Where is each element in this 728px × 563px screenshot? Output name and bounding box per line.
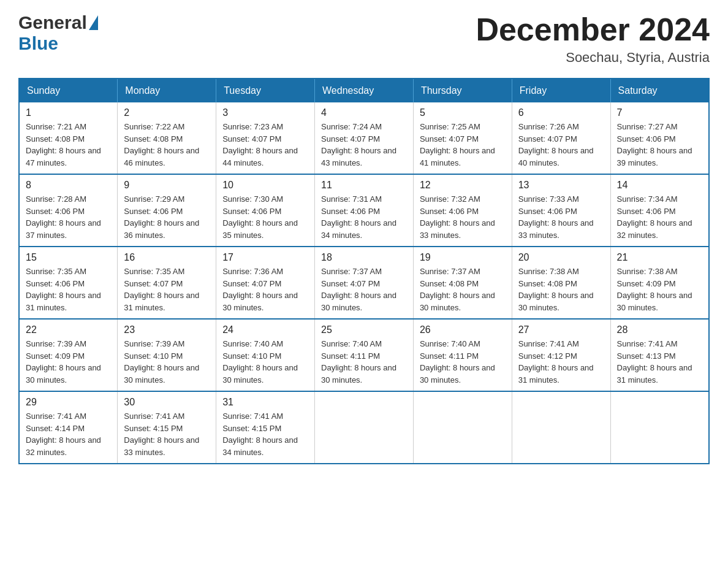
calendar-header-row: SundayMondayTuesdayWednesdayThursdayFrid… bbox=[19, 79, 709, 102]
sunset-label: Sunset: 4:08 PM bbox=[518, 279, 577, 288]
calendar-day-cell: 11 Sunrise: 7:31 AM Sunset: 4:06 PM Dayl… bbox=[315, 174, 414, 247]
daylight-label: Daylight: 8 hours and 30 minutes. bbox=[321, 291, 396, 312]
sunset-label: Sunset: 4:08 PM bbox=[26, 134, 85, 144]
daylight-label: Daylight: 8 hours and 35 minutes. bbox=[222, 218, 298, 240]
column-header-tuesday: Tuesday bbox=[216, 79, 315, 102]
sunset-label: Sunset: 4:07 PM bbox=[124, 279, 183, 288]
calendar-day-cell: 24 Sunrise: 7:40 AM Sunset: 4:10 PM Dayl… bbox=[216, 319, 315, 391]
sunrise-label: Sunrise: 7:37 AM bbox=[420, 267, 480, 276]
day-number: 27 bbox=[518, 324, 604, 335]
calendar-day-cell bbox=[512, 391, 610, 464]
daylight-label: Daylight: 8 hours and 36 minutes. bbox=[124, 218, 199, 240]
day-number: 14 bbox=[617, 180, 702, 191]
sunset-label: Sunset: 4:06 PM bbox=[321, 207, 380, 216]
calendar-day-cell: 22 Sunrise: 7:39 AM Sunset: 4:09 PM Dayl… bbox=[19, 319, 118, 391]
column-header-thursday: Thursday bbox=[413, 79, 512, 102]
calendar-day-cell: 26 Sunrise: 7:40 AM Sunset: 4:11 PM Dayl… bbox=[413, 319, 512, 391]
calendar-day-cell: 14 Sunrise: 7:34 AM Sunset: 4:06 PM Dayl… bbox=[610, 174, 709, 247]
day-info: Sunrise: 7:40 AM Sunset: 4:11 PM Dayligh… bbox=[321, 338, 407, 386]
sunrise-label: Sunrise: 7:35 AM bbox=[26, 267, 86, 276]
calendar-day-cell: 27 Sunrise: 7:41 AM Sunset: 4:12 PM Dayl… bbox=[512, 319, 610, 391]
calendar-day-cell: 20 Sunrise: 7:38 AM Sunset: 4:08 PM Dayl… bbox=[512, 247, 610, 319]
sunrise-label: Sunrise: 7:24 AM bbox=[321, 122, 382, 131]
day-number: 3 bbox=[222, 107, 308, 118]
sunset-label: Sunset: 4:06 PM bbox=[26, 279, 85, 288]
day-info: Sunrise: 7:24 AM Sunset: 4:07 PM Dayligh… bbox=[321, 121, 407, 169]
calendar-week-row: 29 Sunrise: 7:41 AM Sunset: 4:14 PM Dayl… bbox=[19, 391, 709, 464]
day-info: Sunrise: 7:34 AM Sunset: 4:06 PM Dayligh… bbox=[617, 193, 702, 241]
day-info: Sunrise: 7:29 AM Sunset: 4:06 PM Dayligh… bbox=[124, 193, 210, 241]
calendar-day-cell: 23 Sunrise: 7:39 AM Sunset: 4:10 PM Dayl… bbox=[118, 319, 216, 391]
day-number: 31 bbox=[222, 397, 308, 408]
sunrise-label: Sunrise: 7:41 AM bbox=[222, 412, 283, 421]
day-number: 17 bbox=[222, 252, 308, 263]
day-number: 13 bbox=[518, 180, 604, 191]
sunrise-label: Sunrise: 7:34 AM bbox=[617, 194, 678, 204]
calendar-day-cell: 19 Sunrise: 7:37 AM Sunset: 4:08 PM Dayl… bbox=[413, 247, 512, 319]
sunrise-label: Sunrise: 7:31 AM bbox=[321, 194, 382, 204]
daylight-label: Daylight: 8 hours and 33 minutes. bbox=[420, 218, 495, 240]
day-number: 22 bbox=[26, 324, 111, 335]
sunset-label: Sunset: 4:07 PM bbox=[321, 134, 380, 144]
sunset-label: Sunset: 4:08 PM bbox=[124, 134, 183, 144]
day-number: 18 bbox=[321, 252, 407, 263]
day-number: 1 bbox=[26, 107, 111, 118]
daylight-label: Daylight: 8 hours and 32 minutes. bbox=[26, 435, 101, 457]
calendar-day-cell: 31 Sunrise: 7:41 AM Sunset: 4:15 PM Dayl… bbox=[216, 391, 315, 464]
daylight-label: Daylight: 8 hours and 30 minutes. bbox=[420, 291, 495, 312]
day-number: 24 bbox=[222, 324, 308, 335]
sunrise-label: Sunrise: 7:41 AM bbox=[617, 339, 678, 348]
day-info: Sunrise: 7:38 AM Sunset: 4:09 PM Dayligh… bbox=[617, 266, 702, 313]
location-text: Soechau, Styria, Austria bbox=[476, 50, 710, 66]
logo-arrow-icon bbox=[89, 15, 98, 30]
day-info: Sunrise: 7:39 AM Sunset: 4:10 PM Dayligh… bbox=[124, 338, 210, 386]
daylight-label: Daylight: 8 hours and 30 minutes. bbox=[222, 363, 298, 385]
day-number: 23 bbox=[124, 324, 210, 335]
sunset-label: Sunset: 4:07 PM bbox=[222, 279, 281, 288]
column-header-monday: Monday bbox=[118, 79, 216, 102]
daylight-label: Daylight: 8 hours and 46 minutes. bbox=[124, 146, 199, 167]
day-info: Sunrise: 7:41 AM Sunset: 4:12 PM Dayligh… bbox=[518, 338, 604, 386]
sunrise-label: Sunrise: 7:38 AM bbox=[617, 267, 678, 276]
day-info: Sunrise: 7:38 AM Sunset: 4:08 PM Dayligh… bbox=[518, 266, 604, 313]
day-info: Sunrise: 7:41 AM Sunset: 4:15 PM Dayligh… bbox=[124, 410, 210, 458]
column-header-saturday: Saturday bbox=[610, 79, 709, 102]
daylight-label: Daylight: 8 hours and 39 minutes. bbox=[617, 146, 692, 167]
sunrise-label: Sunrise: 7:36 AM bbox=[222, 267, 283, 276]
daylight-label: Daylight: 8 hours and 33 minutes. bbox=[518, 218, 594, 240]
day-info: Sunrise: 7:40 AM Sunset: 4:11 PM Dayligh… bbox=[420, 338, 506, 386]
calendar-day-cell: 16 Sunrise: 7:35 AM Sunset: 4:07 PM Dayl… bbox=[118, 247, 216, 319]
sunrise-label: Sunrise: 7:21 AM bbox=[26, 122, 86, 131]
sunset-label: Sunset: 4:06 PM bbox=[124, 207, 183, 216]
daylight-label: Daylight: 8 hours and 43 minutes. bbox=[321, 146, 396, 167]
calendar-day-cell: 4 Sunrise: 7:24 AM Sunset: 4:07 PM Dayli… bbox=[315, 102, 414, 174]
calendar-day-cell: 25 Sunrise: 7:40 AM Sunset: 4:11 PM Dayl… bbox=[315, 319, 414, 391]
day-number: 30 bbox=[124, 397, 210, 408]
calendar-table: SundayMondayTuesdayWednesdayThursdayFrid… bbox=[18, 78, 710, 464]
sunrise-label: Sunrise: 7:22 AM bbox=[124, 122, 184, 131]
column-header-wednesday: Wednesday bbox=[315, 79, 414, 102]
daylight-label: Daylight: 8 hours and 31 minutes. bbox=[26, 291, 101, 312]
sunset-label: Sunset: 4:11 PM bbox=[321, 351, 380, 361]
column-header-friday: Friday bbox=[512, 79, 610, 102]
logo-general-text: General bbox=[18, 12, 87, 33]
sunset-label: Sunset: 4:08 PM bbox=[420, 279, 479, 288]
daylight-label: Daylight: 8 hours and 33 minutes. bbox=[124, 435, 199, 457]
sunset-label: Sunset: 4:07 PM bbox=[321, 279, 380, 288]
day-info: Sunrise: 7:35 AM Sunset: 4:07 PM Dayligh… bbox=[124, 266, 210, 313]
sunrise-label: Sunrise: 7:40 AM bbox=[420, 339, 480, 348]
daylight-label: Daylight: 8 hours and 30 minutes. bbox=[420, 363, 495, 385]
day-number: 9 bbox=[124, 180, 210, 191]
day-info: Sunrise: 7:31 AM Sunset: 4:06 PM Dayligh… bbox=[321, 193, 407, 241]
calendar-day-cell: 15 Sunrise: 7:35 AM Sunset: 4:06 PM Dayl… bbox=[19, 247, 118, 319]
sunrise-label: Sunrise: 7:38 AM bbox=[518, 267, 579, 276]
calendar-day-cell: 2 Sunrise: 7:22 AM Sunset: 4:08 PM Dayli… bbox=[118, 102, 216, 174]
daylight-label: Daylight: 8 hours and 30 minutes. bbox=[518, 291, 594, 312]
calendar-day-cell: 13 Sunrise: 7:33 AM Sunset: 4:06 PM Dayl… bbox=[512, 174, 610, 247]
day-info: Sunrise: 7:32 AM Sunset: 4:06 PM Dayligh… bbox=[420, 193, 506, 241]
calendar-day-cell: 21 Sunrise: 7:38 AM Sunset: 4:09 PM Dayl… bbox=[610, 247, 709, 319]
day-number: 25 bbox=[321, 324, 407, 335]
sunrise-label: Sunrise: 7:41 AM bbox=[124, 412, 184, 421]
daylight-label: Daylight: 8 hours and 30 minutes. bbox=[222, 291, 298, 312]
sunrise-label: Sunrise: 7:33 AM bbox=[518, 194, 579, 204]
